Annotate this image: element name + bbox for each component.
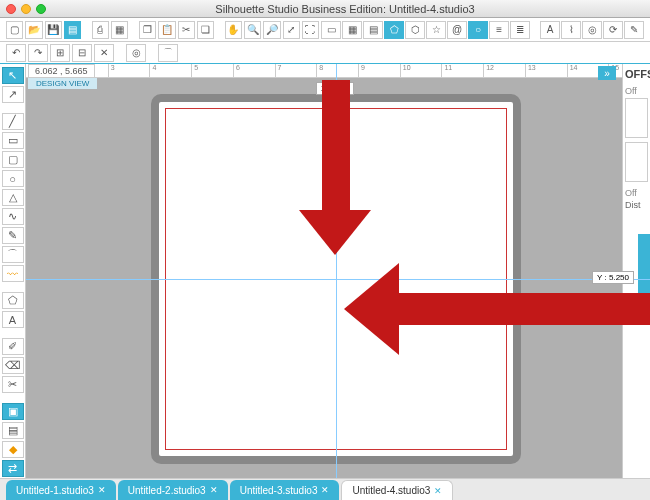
close-icon[interactable]: ✕: [98, 485, 106, 495]
annotation-arrow-left: [344, 287, 650, 331]
zoom-fit-button[interactable]: ⤢: [283, 21, 300, 39]
window-title: Silhouette Studio Business Edition: Unti…: [46, 3, 644, 15]
color-panel-button[interactable]: ◆: [2, 441, 24, 458]
send-button[interactable]: ▦: [111, 21, 128, 39]
delete-button[interactable]: ✕: [94, 44, 114, 62]
spiral-tool-button[interactable]: @: [447, 21, 467, 39]
tab-untitled-2[interactable]: Untitled-2.studio3✕: [118, 480, 228, 500]
rounded-rect-tool[interactable]: ▢: [2, 151, 24, 168]
pan-button[interactable]: ✋: [225, 21, 242, 39]
close-icon[interactable]: ✕: [210, 485, 218, 495]
align-button[interactable]: ≡: [489, 21, 509, 39]
grid-button[interactable]: ▦: [342, 21, 362, 39]
edit-points-tool[interactable]: ↗: [2, 86, 24, 103]
paste-button[interactable]: 📋: [158, 21, 175, 39]
layers-button[interactable]: ▤: [363, 21, 383, 39]
y-guide-label: Y : 5.250: [592, 271, 634, 284]
replicate-button[interactable]: ✎: [624, 21, 644, 39]
line-tool[interactable]: ╱: [2, 113, 24, 130]
document-tabs: Untitled-1.studio3✕ Untitled-2.studio3✕ …: [0, 478, 650, 500]
close-icon[interactable]: ✕: [321, 485, 329, 495]
offset-button[interactable]: ◎: [582, 21, 602, 39]
page-panel-button[interactable]: ▤: [2, 422, 24, 439]
hexagon-tool-button[interactable]: ⬡: [405, 21, 425, 39]
annotation-arrow-down: [321, 80, 351, 250]
zoom-selection-button[interactable]: ⛶: [302, 21, 319, 39]
knife-tool[interactable]: ✂: [2, 376, 24, 393]
copy-button[interactable]: ❐: [139, 21, 156, 39]
text-tool-button[interactable]: A: [540, 21, 560, 39]
offset-option-1[interactable]: [625, 98, 648, 138]
left-toolbox: ↖ ↗ ╱ ▭ ▢ ○ △ ∿ ✎ ⌒ 〰 ⬠ A ✐ ⌫ ✂ ▣ ▤ ◆ ⇄: [0, 64, 26, 478]
close-window-button[interactable]: [6, 4, 16, 14]
star-tool-button[interactable]: ☆: [426, 21, 446, 39]
arc-tool[interactable]: ⌒: [2, 246, 24, 263]
redo-button[interactable]: ↷: [28, 44, 48, 62]
new-file-button[interactable]: ▢: [6, 21, 23, 39]
shape-tool[interactable]: ⬠: [2, 292, 24, 309]
zoom-in-button[interactable]: 🔍: [244, 21, 261, 39]
library-button[interactable]: ▤: [64, 21, 81, 39]
distribute-button[interactable]: ≣: [510, 21, 530, 39]
undo-button[interactable]: ↶: [6, 44, 26, 62]
cut-button[interactable]: ✂: [178, 21, 195, 39]
offset-option-2[interactable]: [625, 142, 648, 182]
target-button[interactable]: ◎: [126, 44, 146, 62]
fill-panel-button[interactable]: ▣: [2, 403, 24, 420]
expand-panel-button[interactable]: »: [598, 66, 616, 80]
eraser-tool[interactable]: ⌫: [2, 357, 24, 374]
window-titlebar: Silhouette Studio Business Edition: Unti…: [0, 0, 650, 18]
pen-tool[interactable]: 〰: [2, 265, 24, 282]
pentagon-tool-button[interactable]: ⬠: [384, 21, 404, 39]
tab-untitled-4[interactable]: Untitled-4.studio3✕: [341, 480, 453, 500]
page-setup-button[interactable]: ▭: [321, 21, 341, 39]
trace-button[interactable]: ⟳: [603, 21, 623, 39]
tab-untitled-1[interactable]: Untitled-1.studio3✕: [6, 480, 116, 500]
distance-label: Dist: [625, 200, 648, 210]
note-tool[interactable]: ✐: [2, 338, 24, 355]
print-button[interactable]: ⎙: [92, 21, 109, 39]
toolbar-main: ▢ 📂 💾 ▤ ⎙ ▦ ❐ 📋 ✂ ❏ ✋ 🔍 🔎 ⤢ ⛶ ▭ ▦ ▤ ⬠ ⬡ …: [0, 18, 650, 42]
offset-group-2-label: Off: [625, 188, 648, 198]
circle-tool-button[interactable]: ○: [468, 21, 488, 39]
curve-tool[interactable]: ∿: [2, 208, 24, 225]
horizontal-guide[interactable]: [26, 279, 650, 280]
view-mode-badge: DESIGN VIEW: [28, 78, 97, 89]
arc-button[interactable]: ⌒: [158, 44, 178, 62]
freehand-tool[interactable]: ✎: [2, 227, 24, 244]
close-icon[interactable]: ✕: [434, 486, 442, 496]
canvas-area[interactable]: 23456789101112131415 6.062 , 5.665 DESIG…: [26, 64, 650, 478]
polygon-tool[interactable]: △: [2, 189, 24, 206]
ellipse-tool[interactable]: ○: [2, 170, 24, 187]
swap-panel-button[interactable]: ⇄: [2, 460, 24, 477]
duplicate-button[interactable]: ❏: [197, 21, 214, 39]
vertical-scrollbar-thumb[interactable]: [638, 234, 650, 294]
weld-button[interactable]: ⌇: [561, 21, 581, 39]
ungroup-button[interactable]: ⊟: [72, 44, 92, 62]
offset-panel-title: OFFS: [625, 68, 648, 80]
horizontal-ruler: 23456789101112131415: [26, 64, 650, 78]
rectangle-tool[interactable]: ▭: [2, 132, 24, 149]
text-tool[interactable]: A: [2, 311, 24, 328]
select-tool[interactable]: ↖: [2, 67, 24, 84]
group-button[interactable]: ⊞: [50, 44, 70, 62]
tab-untitled-3[interactable]: Untitled-3.studio3✕: [230, 480, 340, 500]
zoom-window-button[interactable]: [36, 4, 46, 14]
minimize-window-button[interactable]: [21, 4, 31, 14]
offset-group-1-label: Off: [625, 86, 648, 96]
zoom-out-button[interactable]: 🔎: [263, 21, 280, 39]
save-button[interactable]: 💾: [45, 21, 62, 39]
cursor-coordinates: 6.062 , 5.665: [28, 64, 95, 78]
toolbar-secondary: ↶ ↷ ⊞ ⊟ ✕ ◎ ⌒: [0, 42, 650, 64]
open-file-button[interactable]: 📂: [25, 21, 42, 39]
